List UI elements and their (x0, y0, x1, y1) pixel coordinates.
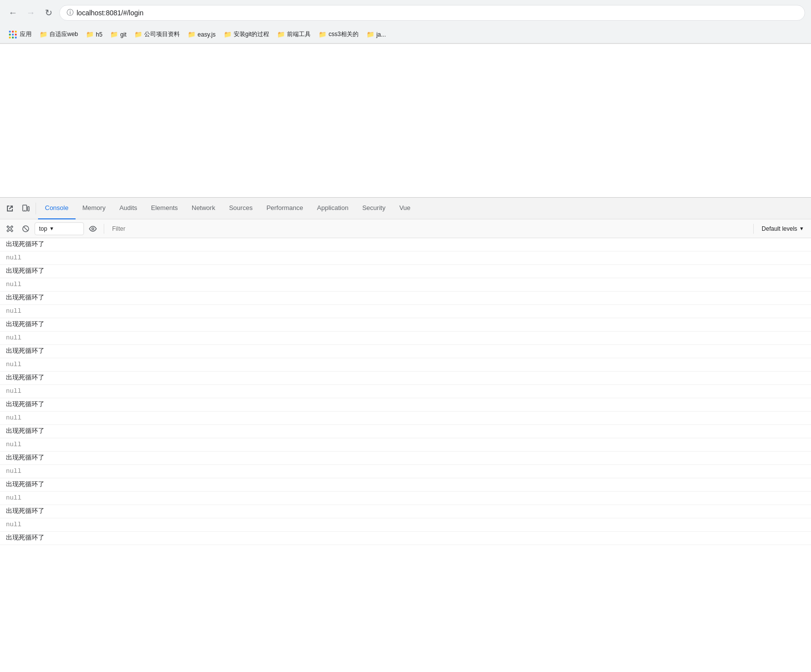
bookmark-apps[interactable]: 应用 (6, 29, 35, 40)
console-row: null (0, 332, 811, 345)
folder-icon: 📁 (110, 31, 118, 38)
console-row: null (0, 438, 811, 452)
console-row: 出现死循环了 (0, 425, 811, 438)
inspect-element-button[interactable] (2, 201, 18, 216)
svg-point-6 (92, 228, 94, 230)
context-selector[interactable]: top ▼ (35, 222, 84, 235)
block-filter-button[interactable] (19, 222, 33, 236)
console-row: 出现死循环了 (0, 452, 811, 465)
console-row: null (0, 385, 811, 398)
folder-icon: 📁 (319, 31, 326, 38)
console-row: null (0, 412, 811, 425)
reload-button[interactable]: ↻ (41, 6, 55, 20)
filter-separator-2 (753, 224, 754, 234)
chevron-down-icon: ▼ (799, 226, 804, 231)
bookmarks-bar: 应用 📁 自适应web 📁 h5 📁 git 📁 公司项目资料 📁 easy.j… (0, 26, 811, 43)
browser-nav: ← → ↻ ⓘ localhost:8081/#/login (0, 0, 811, 26)
bookmark-label: 公司项目资料 (144, 30, 180, 39)
console-row: null (0, 492, 811, 505)
svg-point-2 (24, 210, 25, 210)
bookmark-label: ja... (376, 31, 386, 38)
page-area (0, 44, 811, 197)
folder-icon: 📁 (224, 31, 232, 38)
console-row: null (0, 465, 811, 478)
console-row: 出现死循环了 (0, 292, 811, 305)
console-row: 出现死循环了 (0, 265, 811, 278)
eye-icon-button[interactable] (86, 222, 100, 236)
svg-rect-1 (28, 207, 29, 211)
bookmark-web[interactable]: 📁 自适应web (37, 29, 81, 40)
console-row: null (0, 305, 811, 318)
bookmark-company[interactable]: 📁 公司项目资料 (131, 29, 183, 40)
console-row: null (0, 278, 811, 292)
bookmark-ja[interactable]: 📁 ja... (364, 29, 389, 40)
filter-separator (104, 224, 104, 234)
back-button[interactable]: ← (6, 6, 20, 20)
console-row: 出现死循环了 (0, 532, 811, 545)
bookmark-label: 前端工具 (287, 30, 311, 39)
console-row: 出现死循环了 (0, 398, 811, 412)
console-row: 出现死循环了 (0, 238, 811, 252)
svg-marker-3 (7, 226, 13, 232)
apps-grid-icon (9, 31, 17, 39)
folder-icon: 📁 (366, 31, 374, 38)
console-row: 出现死循环了 (0, 345, 811, 358)
console-row: 出现死循环了 (0, 478, 811, 492)
svg-line-5 (24, 227, 28, 231)
device-toolbar-button[interactable] (18, 201, 34, 216)
devtools-panel: Console Memory Audits Elements Network S… (0, 197, 811, 652)
bookmark-label: easy.js (198, 31, 215, 38)
bookmark-git[interactable]: 📁 git (107, 29, 129, 40)
folder-icon: 📁 (277, 31, 285, 38)
default-levels-dropdown[interactable]: Default levels ▼ (758, 224, 808, 233)
bookmark-label: git (120, 31, 126, 38)
tab-elements[interactable]: Elements (144, 198, 185, 219)
bookmark-label: 应用 (20, 30, 32, 39)
bookmark-label: 安装git的过程 (234, 30, 270, 39)
bookmark-easyjs[interactable]: 📁 easy.js (185, 29, 218, 40)
console-toolbar: top ▼ Default levels ▼ (0, 219, 811, 238)
info-icon: ⓘ (67, 8, 74, 17)
devtools-top-bar: Console Memory Audits Elements Network S… (0, 198, 811, 219)
console-row: null (0, 252, 811, 265)
bookmark-install-git[interactable]: 📁 安装git的过程 (221, 29, 273, 40)
folder-icon: 📁 (134, 31, 142, 38)
tab-application[interactable]: Application (310, 198, 356, 219)
tab-security[interactable]: Security (355, 198, 392, 219)
folder-icon: 📁 (40, 31, 47, 38)
console-row: 出现死循环了 (0, 318, 811, 332)
tab-audits[interactable]: Audits (113, 198, 144, 219)
bookmark-label: css3相关的 (328, 30, 359, 39)
bookmark-h5[interactable]: 📁 h5 (83, 29, 105, 40)
address-bar[interactable]: ⓘ localhost:8081/#/login (59, 5, 805, 21)
tab-sources[interactable]: Sources (222, 198, 260, 219)
tab-memory[interactable]: Memory (76, 198, 113, 219)
tab-vue[interactable]: Vue (392, 198, 417, 219)
tab-console[interactable]: Console (38, 198, 76, 219)
chevron-down-icon: ▼ (49, 226, 54, 231)
toolbar-separator (36, 203, 36, 214)
console-row: 出现死循环了 (0, 372, 811, 385)
tab-performance[interactable]: Performance (259, 198, 310, 219)
bookmark-label: 自适应web (49, 30, 78, 39)
browser-chrome: ← → ↻ ⓘ localhost:8081/#/login 应用 📁 自适应w… (0, 0, 811, 44)
tab-network[interactable]: Network (185, 198, 222, 219)
console-row: null (0, 358, 811, 372)
devtools-tabs: Console Memory Audits Elements Network S… (38, 198, 417, 219)
folder-icon: 📁 (188, 31, 196, 38)
url-text: localhost:8081/#/login (77, 9, 143, 17)
console-content[interactable]: 出现死循环了null出现死循环了null出现死循环了null出现死循环了null… (0, 238, 811, 652)
console-row: null (0, 518, 811, 532)
folder-icon: 📁 (86, 31, 94, 38)
clear-console-button[interactable] (3, 222, 17, 236)
bookmark-label: h5 (96, 31, 102, 38)
forward-button[interactable]: → (24, 6, 38, 20)
filter-input[interactable] (108, 225, 749, 232)
bookmark-frontend[interactable]: 📁 前端工具 (274, 29, 314, 40)
console-row: 出现死循环了 (0, 505, 811, 518)
bookmark-css3[interactable]: 📁 css3相关的 (316, 29, 362, 40)
